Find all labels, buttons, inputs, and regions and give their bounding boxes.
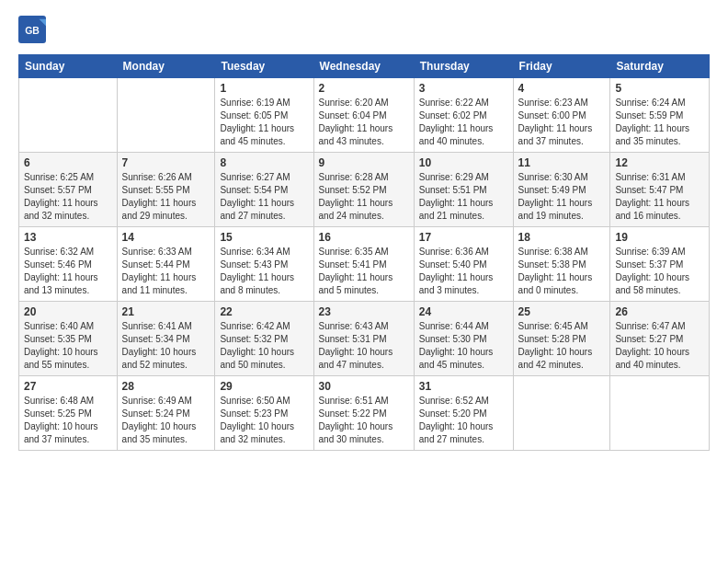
day-number: 31 <box>419 380 508 393</box>
day-number: 10 <box>419 156 508 169</box>
day-info: Sunrise: 6:23 AMSunset: 6:00 PMDaylight:… <box>518 97 606 148</box>
calendar-week-row: 13 Sunrise: 6:32 AMSunset: 5:46 PMDaylig… <box>19 227 710 302</box>
calendar-day-cell: 6 Sunrise: 6:25 AMSunset: 5:57 PMDayligh… <box>19 153 118 227</box>
calendar-page: GB SundayMondayTuesdayWednesdayThursdayF… <box>0 0 728 563</box>
calendar-day-cell: 21 Sunrise: 6:41 AMSunset: 5:34 PMDaylig… <box>117 302 215 376</box>
calendar-week-row: 6 Sunrise: 6:25 AMSunset: 5:57 PMDayligh… <box>19 153 710 227</box>
day-number: 6 <box>24 156 112 169</box>
weekday-header: Sunday <box>19 55 118 78</box>
calendar-day-cell: 13 Sunrise: 6:32 AMSunset: 5:46 PMDaylig… <box>19 227 118 302</box>
weekday-header: Friday <box>513 55 610 78</box>
day-number: 11 <box>518 156 606 169</box>
day-info: Sunrise: 6:44 AMSunset: 5:30 PMDaylight:… <box>419 320 508 372</box>
calendar-day-cell: 10 Sunrise: 6:29 AMSunset: 5:51 PMDaylig… <box>414 153 513 227</box>
calendar-day-cell: 5 Sunrise: 6:24 AMSunset: 5:59 PMDayligh… <box>610 78 710 153</box>
day-info: Sunrise: 6:51 AMSunset: 5:22 PMDaylight:… <box>319 395 409 446</box>
calendar-day-cell: 7 Sunrise: 6:26 AMSunset: 5:55 PMDayligh… <box>117 153 215 227</box>
day-number: 3 <box>419 82 508 95</box>
calendar-day-cell: 3 Sunrise: 6:22 AMSunset: 6:02 PMDayligh… <box>414 78 513 153</box>
calendar-week-row: 20 Sunrise: 6:40 AMSunset: 5:35 PMDaylig… <box>19 302 710 376</box>
calendar-table: SundayMondayTuesdayWednesdayThursdayFrid… <box>18 54 710 451</box>
calendar-day-cell: 12 Sunrise: 6:31 AMSunset: 5:47 PMDaylig… <box>610 153 710 227</box>
calendar-day-cell <box>513 376 610 451</box>
calendar-day-cell <box>117 78 215 153</box>
calendar-week-row: 1 Sunrise: 6:19 AMSunset: 6:05 PMDayligh… <box>19 78 710 153</box>
day-info: Sunrise: 6:20 AMSunset: 6:04 PMDaylight:… <box>319 97 409 148</box>
day-info: Sunrise: 6:43 AMSunset: 5:31 PMDaylight:… <box>319 320 409 372</box>
day-info: Sunrise: 6:35 AMSunset: 5:41 PMDaylight:… <box>319 246 409 297</box>
calendar-day-cell: 14 Sunrise: 6:33 AMSunset: 5:44 PMDaylig… <box>117 227 215 302</box>
day-number: 24 <box>419 305 508 318</box>
day-info: Sunrise: 6:33 AMSunset: 5:44 PMDaylight:… <box>122 246 210 297</box>
day-info: Sunrise: 6:49 AMSunset: 5:24 PMDaylight:… <box>122 395 210 446</box>
day-number: 30 <box>319 380 409 393</box>
calendar-day-cell: 25 Sunrise: 6:45 AMSunset: 5:28 PMDaylig… <box>513 302 610 376</box>
calendar-day-cell: 31 Sunrise: 6:52 AMSunset: 5:20 PMDaylig… <box>414 376 513 451</box>
day-number: 27 <box>24 380 112 393</box>
day-info: Sunrise: 6:38 AMSunset: 5:38 PMDaylight:… <box>518 246 606 297</box>
calendar-day-cell: 23 Sunrise: 6:43 AMSunset: 5:31 PMDaylig… <box>313 302 414 376</box>
day-info: Sunrise: 6:40 AMSunset: 5:35 PMDaylight:… <box>24 320 112 372</box>
day-info: Sunrise: 6:52 AMSunset: 5:20 PMDaylight:… <box>419 395 508 446</box>
calendar-day-cell: 24 Sunrise: 6:44 AMSunset: 5:30 PMDaylig… <box>414 302 513 376</box>
calendar-day-cell: 15 Sunrise: 6:34 AMSunset: 5:43 PMDaylig… <box>215 227 313 302</box>
day-number: 18 <box>518 231 606 244</box>
day-info: Sunrise: 6:42 AMSunset: 5:32 PMDaylight:… <box>220 320 308 372</box>
calendar-day-cell: 9 Sunrise: 6:28 AMSunset: 5:52 PMDayligh… <box>313 153 414 227</box>
calendar-day-cell: 17 Sunrise: 6:36 AMSunset: 5:40 PMDaylig… <box>414 227 513 302</box>
weekday-header: Monday <box>117 55 215 78</box>
calendar-day-cell: 29 Sunrise: 6:50 AMSunset: 5:23 PMDaylig… <box>215 376 313 451</box>
day-info: Sunrise: 6:27 AMSunset: 5:54 PMDaylight:… <box>220 171 308 223</box>
calendar-day-cell: 11 Sunrise: 6:30 AMSunset: 5:49 PMDaylig… <box>513 153 610 227</box>
day-info: Sunrise: 6:31 AMSunset: 5:47 PMDaylight:… <box>615 171 704 223</box>
day-number: 9 <box>319 156 409 169</box>
calendar-day-cell <box>610 376 710 451</box>
day-number: 19 <box>615 231 704 244</box>
day-number: 12 <box>615 156 704 169</box>
weekday-header: Saturday <box>610 55 710 78</box>
day-info: Sunrise: 6:45 AMSunset: 5:28 PMDaylight:… <box>518 320 606 372</box>
day-info: Sunrise: 6:25 AMSunset: 5:57 PMDaylight:… <box>24 171 112 223</box>
day-number: 14 <box>122 231 210 244</box>
day-info: Sunrise: 6:47 AMSunset: 5:27 PMDaylight:… <box>615 320 704 372</box>
logo: GB <box>18 14 50 43</box>
calendar-header-row: SundayMondayTuesdayWednesdayThursdayFrid… <box>19 55 710 78</box>
day-info: Sunrise: 6:39 AMSunset: 5:37 PMDaylight:… <box>615 246 704 297</box>
logo-icon: GB <box>18 16 46 43</box>
day-info: Sunrise: 6:48 AMSunset: 5:25 PMDaylight:… <box>24 395 112 446</box>
calendar-day-cell: 27 Sunrise: 6:48 AMSunset: 5:25 PMDaylig… <box>19 376 118 451</box>
day-number: 13 <box>24 231 112 244</box>
day-number: 17 <box>419 231 508 244</box>
day-info: Sunrise: 6:24 AMSunset: 5:59 PMDaylight:… <box>615 97 704 148</box>
day-number: 4 <box>518 82 606 95</box>
calendar-day-cell: 2 Sunrise: 6:20 AMSunset: 6:04 PMDayligh… <box>313 78 414 153</box>
day-number: 15 <box>220 231 308 244</box>
day-number: 22 <box>220 305 308 318</box>
day-number: 1 <box>220 82 308 95</box>
calendar-day-cell: 22 Sunrise: 6:42 AMSunset: 5:32 PMDaylig… <box>215 302 313 376</box>
day-info: Sunrise: 6:50 AMSunset: 5:23 PMDaylight:… <box>220 395 308 446</box>
calendar-day-cell: 28 Sunrise: 6:49 AMSunset: 5:24 PMDaylig… <box>117 376 215 451</box>
day-number: 28 <box>122 380 210 393</box>
weekday-header: Thursday <box>414 55 513 78</box>
day-number: 8 <box>220 156 308 169</box>
weekday-header: Wednesday <box>313 55 414 78</box>
day-info: Sunrise: 6:29 AMSunset: 5:51 PMDaylight:… <box>419 171 508 223</box>
day-info: Sunrise: 6:32 AMSunset: 5:46 PMDaylight:… <box>24 246 112 297</box>
svg-text:GB: GB <box>25 25 40 36</box>
day-info: Sunrise: 6:28 AMSunset: 5:52 PMDaylight:… <box>319 171 409 223</box>
day-number: 26 <box>615 305 704 318</box>
calendar-day-cell: 20 Sunrise: 6:40 AMSunset: 5:35 PMDaylig… <box>19 302 118 376</box>
calendar-day-cell <box>19 78 118 153</box>
day-number: 16 <box>319 231 409 244</box>
calendar-day-cell: 30 Sunrise: 6:51 AMSunset: 5:22 PMDaylig… <box>313 376 414 451</box>
day-number: 5 <box>615 82 704 95</box>
calendar-day-cell: 19 Sunrise: 6:39 AMSunset: 5:37 PMDaylig… <box>610 227 710 302</box>
day-info: Sunrise: 6:36 AMSunset: 5:40 PMDaylight:… <box>419 246 508 297</box>
day-info: Sunrise: 6:34 AMSunset: 5:43 PMDaylight:… <box>220 246 308 297</box>
calendar-week-row: 27 Sunrise: 6:48 AMSunset: 5:25 PMDaylig… <box>19 376 710 451</box>
day-info: Sunrise: 6:30 AMSunset: 5:49 PMDaylight:… <box>518 171 606 223</box>
day-number: 25 <box>518 305 606 318</box>
day-number: 29 <box>220 380 308 393</box>
calendar-day-cell: 16 Sunrise: 6:35 AMSunset: 5:41 PMDaylig… <box>313 227 414 302</box>
